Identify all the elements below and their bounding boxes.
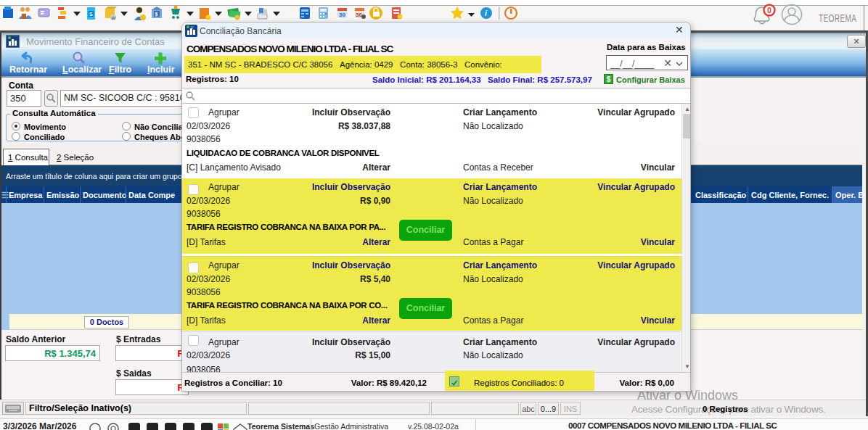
svg-text:0: 0 [767,6,771,15]
svg-text:$: $ [155,12,158,17]
svg-text:30: 30 [339,12,345,18]
svg-text:i: i [485,9,487,17]
svg-text:36: 36 [356,12,362,18]
svg-text:S: S [89,12,93,17]
svg-text:W: W [112,16,116,20]
